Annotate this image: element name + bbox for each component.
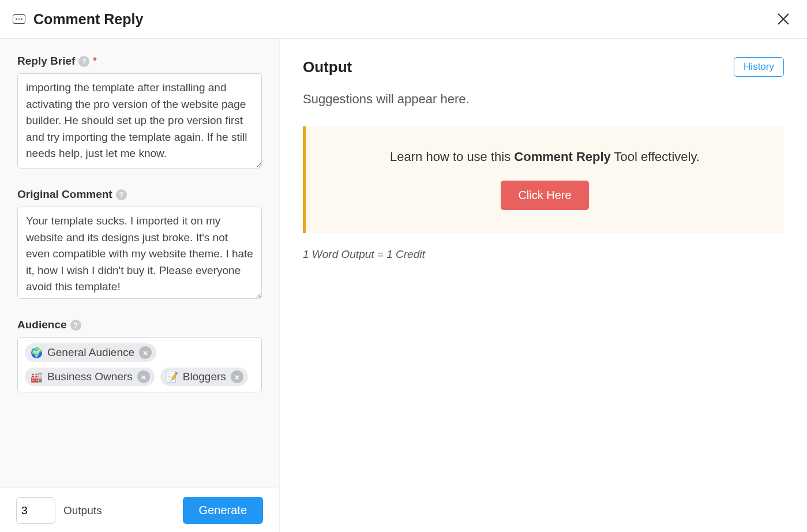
main-layout: Reply Brief ? * Original Comment ? Audie… <box>0 39 807 532</box>
tag-remove-button[interactable]: × <box>137 370 150 383</box>
help-icon[interactable]: ? <box>70 320 81 331</box>
output-heading: Output <box>303 58 734 76</box>
page-title: Comment Reply <box>33 11 775 28</box>
audience-tag: 🏭 Business Owners × <box>25 368 155 386</box>
close-button[interactable] <box>775 10 792 28</box>
help-icon[interactable]: ? <box>78 56 89 67</box>
audience-tag: 📝 Bloggers × <box>160 368 248 386</box>
original-comment-label: Original Comment ? <box>17 188 262 201</box>
audience-tags-box[interactable]: 🌍 General Audience × 🏭 Business Owners ×… <box>17 337 262 392</box>
reply-brief-group: Reply Brief ? * <box>17 55 262 171</box>
output-header: Output History <box>303 57 784 77</box>
info-text-bold: Comment Reply <box>514 149 610 164</box>
audience-tag-label: Business Owners <box>47 370 133 383</box>
info-text-prefix: Learn how to use this <box>390 149 514 164</box>
original-comment-group: Original Comment ? <box>17 188 262 301</box>
reply-brief-input[interactable] <box>17 73 262 168</box>
info-callout: Learn how to use this Comment Reply Tool… <box>303 126 784 233</box>
output-placeholder: Suggestions will appear here. <box>303 92 784 107</box>
audience-tag-label: Bloggers <box>183 370 226 383</box>
click-here-button[interactable]: Click Here <box>501 181 588 210</box>
input-panel: Reply Brief ? * Original Comment ? Audie… <box>0 39 280 532</box>
required-indicator: * <box>93 56 96 66</box>
tag-remove-button[interactable]: × <box>139 346 152 359</box>
audience-tag-label: General Audience <box>47 346 134 359</box>
note-icon: 📝 <box>166 371 178 383</box>
outputs-label: Outputs <box>63 504 175 517</box>
credit-note: 1 Word Output = 1 Credit <box>303 248 784 261</box>
audience-group: Audience ? 🌍 General Audience × 🏭 Busine… <box>17 319 262 392</box>
help-icon[interactable]: ? <box>116 189 127 200</box>
outputs-count-input[interactable] <box>16 497 55 524</box>
comment-icon <box>13 14 25 24</box>
original-comment-label-text: Original Comment <box>17 188 112 201</box>
input-scroll-area[interactable]: Reply Brief ? * Original Comment ? Audie… <box>0 39 279 487</box>
history-button[interactable]: History <box>734 57 784 77</box>
audience-label-text: Audience <box>17 319 67 331</box>
generate-button[interactable]: Generate <box>183 497 263 524</box>
reply-brief-label-text: Reply Brief <box>17 55 75 68</box>
input-footer: Outputs Generate <box>0 487 279 532</box>
reply-brief-label: Reply Brief ? * <box>17 55 262 68</box>
info-text: Learn how to use this Comment Reply Tool… <box>323 149 767 164</box>
tag-remove-button[interactable]: × <box>231 370 243 383</box>
audience-label: Audience ? <box>17 319 262 331</box>
close-icon <box>777 13 790 25</box>
output-panel: Output History Suggestions will appear h… <box>280 39 807 532</box>
globe-icon: 🌍 <box>31 347 43 359</box>
audience-tag: 🌍 General Audience × <box>25 343 156 362</box>
original-comment-input[interactable] <box>17 207 262 299</box>
modal-header: Comment Reply <box>0 0 807 39</box>
factory-icon: 🏭 <box>31 371 43 383</box>
info-text-suffix: Tool effectively. <box>611 149 700 164</box>
